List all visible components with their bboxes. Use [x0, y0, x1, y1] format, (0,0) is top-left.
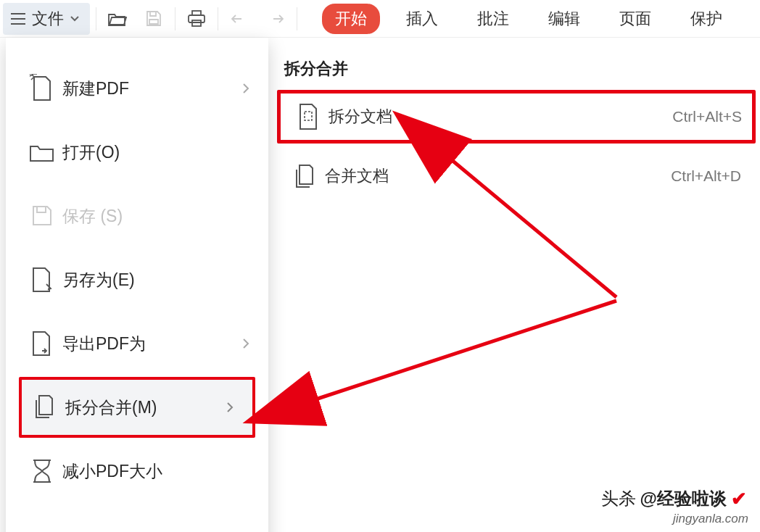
- submenu-label: 合并文档: [325, 165, 671, 187]
- save-as-icon: [29, 265, 55, 294]
- undo-icon: [230, 11, 249, 27]
- svg-rect-6: [305, 112, 312, 120]
- svg-line-9: [305, 301, 616, 403]
- tab-protect[interactable]: 保护: [677, 4, 735, 34]
- compress-icon: [29, 457, 55, 485]
- separator: [175, 7, 175, 30]
- svg-rect-5: [192, 20, 201, 26]
- open-folder-button[interactable]: [101, 3, 134, 35]
- separator: [218, 7, 218, 30]
- chevron-down-icon: [70, 15, 80, 22]
- menu-save-disabled: 保存 (S): [6, 186, 268, 246]
- tab-annotate[interactable]: 批注: [464, 4, 522, 34]
- keyboard-shortcut: Ctrl+Alt+D: [671, 167, 741, 185]
- hamburger-icon: [10, 12, 26, 25]
- save-icon: [30, 204, 54, 228]
- menu-label: 新建PDF: [62, 78, 242, 100]
- check-icon: ✔: [731, 488, 747, 510]
- submenu-label: 拆分文档: [329, 106, 672, 128]
- split-doc-icon: [294, 101, 322, 132]
- merge-doc-icon: [291, 161, 318, 191]
- file-dropdown: 新建PDF 打开(O) 保存 (S) 另存为(E): [6, 38, 268, 532]
- folder-icon: [28, 141, 56, 164]
- submenu-split-doc[interactable]: 拆分文档 Ctrl+Alt+S: [277, 90, 756, 144]
- print-button[interactable]: [180, 3, 213, 35]
- menu-label: 减小PDF大小: [62, 460, 257, 483]
- menu-label: 打开(O): [62, 141, 257, 164]
- tab-start[interactable]: 开始: [322, 4, 380, 34]
- chevron-right-icon: [226, 398, 241, 417]
- undo-button-disabled: [223, 3, 256, 35]
- documents-stack-icon: [32, 393, 58, 422]
- watermark-handle: @经验啦谈: [640, 487, 727, 510]
- menu-open[interactable]: 打开(O): [6, 122, 268, 183]
- menu-split-merge[interactable]: 拆分合并(M): [19, 377, 255, 438]
- save-icon: [144, 9, 163, 28]
- menu-label: 保存 (S): [62, 205, 257, 228]
- tab-page[interactable]: 页面: [606, 4, 664, 34]
- separator: [297, 7, 297, 30]
- file-menu-label: 文件: [32, 8, 64, 30]
- ribbon-tabs: 开始 插入 批注 编辑 页面 保护: [322, 4, 735, 34]
- watermark-site: jingyanla.com: [673, 512, 748, 526]
- watermark-prefix: 头杀: [601, 487, 636, 510]
- redo-button-disabled: [259, 3, 292, 35]
- menu-label: 另存为(E): [62, 269, 257, 291]
- keyboard-shortcut: Ctrl+Alt+S: [672, 108, 742, 125]
- menu-save-as[interactable]: 另存为(E): [6, 249, 268, 310]
- export-icon: [29, 329, 55, 358]
- watermark-author: 头杀 @经验啦谈 ✔: [601, 487, 747, 510]
- new-file-icon: [30, 74, 54, 103]
- submenu-merge-doc[interactable]: 合并文档 Ctrl+Alt+D: [273, 149, 760, 203]
- menu-export-pdf[interactable]: 导出PDF为: [6, 313, 268, 374]
- separator: [96, 7, 96, 30]
- menu-label: 导出PDF为: [62, 333, 242, 355]
- tab-insert[interactable]: 插入: [393, 4, 451, 34]
- menu-new-pdf[interactable]: 新建PDF: [6, 58, 268, 119]
- redo-icon: [266, 11, 285, 27]
- toolbar: 文件 开始 插入 批注 编辑: [0, 0, 760, 38]
- folder-open-icon: [107, 10, 128, 28]
- print-icon: [186, 9, 207, 28]
- split-merge-submenu: 拆分合并 拆分文档 Ctrl+Alt+S 合并文档 Ctrl+Alt+D: [273, 43, 760, 232]
- file-menu-button[interactable]: 文件: [3, 3, 90, 35]
- chevron-right-icon: [242, 79, 257, 99]
- menu-reduce-size[interactable]: 减小PDF大小: [6, 441, 268, 502]
- submenu-title: 拆分合并: [273, 58, 760, 90]
- chevron-right-icon: [242, 334, 257, 354]
- svg-rect-4: [189, 15, 205, 22]
- save-button-disabled: [137, 3, 170, 35]
- menu-label: 拆分合并(M): [65, 396, 226, 419]
- tab-edit[interactable]: 编辑: [535, 4, 593, 34]
